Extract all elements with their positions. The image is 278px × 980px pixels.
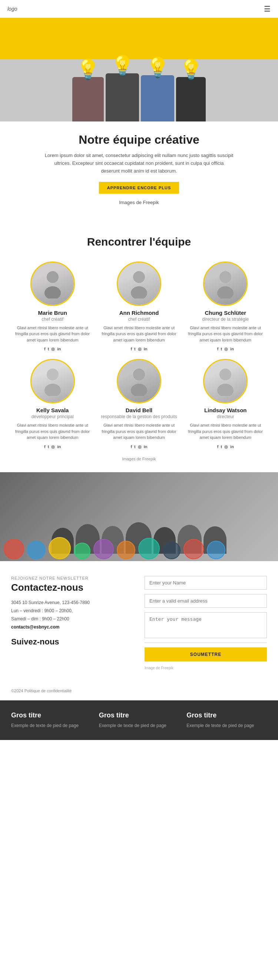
svg-point-6 — [47, 369, 59, 380]
submit-button[interactable]: SOUMETTRE — [145, 648, 267, 662]
social-icons-5: f t ◎ in — [131, 444, 147, 449]
footer-text-1: Exemple de texte de pied de page — [11, 722, 91, 729]
contact-right: SOUMETTRE Image de Freepik — [145, 576, 267, 670]
team-member-3: Chung Schlüter directeur de la stratégie… — [184, 261, 267, 352]
linkedin-icon-6[interactable]: in — [230, 444, 234, 449]
header: logo ☰ — [0, 0, 278, 18]
svg-point-5 — [217, 286, 233, 299]
person-4: 💡 — [176, 60, 206, 121]
member-desc-4: Glavi amet ritnisi libero molestie ante … — [11, 422, 94, 441]
team-member-5: David Bell responsable de la gestion des… — [97, 359, 180, 449]
twitter-icon-2[interactable]: t — [134, 347, 136, 352]
svg-point-3 — [131, 286, 147, 299]
member-role-3: directeur de la stratégie — [202, 317, 249, 322]
team-section: Rencontrer l'équipe Marie Brun chef créa… — [0, 221, 278, 472]
message-input[interactable] — [145, 612, 267, 638]
member-role-2: chef créatif — [128, 317, 150, 322]
contact-address: 3045 10 Sunrize Avenue, 123-456-7890 — [11, 599, 133, 606]
twitter-icon-5[interactable]: t — [134, 444, 136, 449]
contact-image-credit: Image de Freepik — [145, 666, 267, 670]
contact-info: 3045 10 Sunrize Avenue, 123-456-7890 Lun… — [11, 599, 133, 630]
contact-email: contacts@esbnyc.com — [11, 624, 133, 630]
social-icons-3: f t ◎ in — [217, 347, 234, 352]
contact-title: Contactez-nous — [11, 582, 133, 593]
member-desc-2: Glavi amet ritnisi libero molestie ante … — [97, 325, 180, 343]
member-role-6: directeur — [217, 414, 234, 419]
facebook-icon-1[interactable]: f — [44, 347, 46, 352]
email-input[interactable] — [145, 594, 267, 608]
instagram-icon-6[interactable]: ◎ — [224, 444, 228, 449]
privacy-text: ©2024 Politique de confidentialité — [11, 689, 267, 693]
instagram-icon-4[interactable]: ◎ — [51, 444, 55, 449]
learn-more-button[interactable]: APPRENDRE ENCORE PLUS — [99, 182, 179, 194]
footer-title-2: Gros titre — [99, 711, 179, 719]
linkedin-icon-2[interactable]: in — [144, 347, 147, 352]
instagram-icon-5[interactable]: ◎ — [138, 444, 142, 449]
name-input[interactable] — [145, 576, 267, 590]
svg-point-0 — [47, 271, 59, 283]
social-icons-2: f t ◎ in — [131, 347, 147, 352]
member-desc-6: Glavi amet ritnisi libero molestie ante … — [184, 422, 267, 441]
member-name-1: Marie Brun — [38, 310, 67, 316]
member-desc-1: Glavi amet ritnisi libero molestie ante … — [11, 325, 94, 343]
person-2: 💡 — [105, 56, 139, 121]
creative-title: Notre équipe créative — [45, 133, 233, 147]
footer-text-3: Exemple de texte de pied de page — [187, 722, 267, 729]
instagram-icon-2[interactable]: ◎ — [138, 347, 142, 352]
follow-title: Suivez-nous — [11, 637, 133, 647]
person-3: 💡 — [141, 58, 174, 121]
follow-section: Suivez-nous — [11, 637, 133, 647]
facebook-icon-3[interactable]: f — [217, 347, 219, 352]
twitter-icon-3[interactable]: t — [220, 347, 222, 352]
member-desc-3: Glavi amet ritnisi libero molestie ante … — [184, 325, 267, 343]
contact-hours1: Lun – vendredi : 9h00 – 20h00, — [11, 608, 133, 614]
avatar-1 — [30, 261, 75, 306]
avatar-4 — [30, 359, 75, 403]
creative-description: Lorem ipsum dolor sit amet, consectetur … — [45, 152, 233, 175]
hamburger-menu[interactable]: ☰ — [264, 5, 271, 13]
footer-text-2: Exemple de texte de pied de page — [99, 722, 179, 729]
facebook-icon-5[interactable]: f — [131, 444, 132, 449]
linkedin-icon-4[interactable]: in — [57, 444, 61, 449]
team-member-2: Ann Richmond chef créatif Glavi amet rit… — [97, 261, 180, 352]
member-name-5: David Bell — [126, 407, 153, 413]
instagram-icon-1[interactable]: ◎ — [51, 347, 55, 352]
linkedin-icon-1[interactable]: in — [57, 347, 61, 352]
hero-image: 💡 💡 💡 💡 — [0, 18, 278, 121]
svg-point-11 — [217, 384, 233, 396]
member-role-5: responsable de la gestion des produits — [101, 414, 177, 419]
social-icons-1: f t ◎ in — [44, 347, 61, 352]
hero-images-credit: Images de Freepik — [45, 199, 233, 207]
member-name-2: Ann Richmond — [119, 310, 159, 316]
footer-col-1: Gros titre Exemple de texte de pied de p… — [11, 711, 91, 729]
svg-point-2 — [133, 271, 145, 283]
member-role-1: chef créatif — [42, 317, 63, 322]
team-images-credit: Images de Freepik — [11, 457, 267, 461]
contact-section: REJOIGNEZ NOTRE NEWSLETTER Contactez-nou… — [0, 561, 278, 685]
creative-section: Notre équipe créative Lorem ipsum dolor … — [0, 121, 278, 221]
svg-point-9 — [131, 384, 147, 396]
facebook-icon-4[interactable]: f — [44, 444, 46, 449]
member-name-6: Lindsay Watson — [204, 407, 246, 413]
twitter-icon-4[interactable]: t — [48, 444, 49, 449]
team-member-6: Lindsay Watson directeur Glavi amet ritn… — [184, 359, 267, 449]
divider — [145, 643, 267, 643]
member-role-4: développeur principal — [32, 414, 74, 419]
logo: logo — [7, 6, 17, 12]
linkedin-icon-3[interactable]: in — [230, 347, 234, 352]
twitter-icon-6[interactable]: t — [220, 444, 222, 449]
instagram-icon-3[interactable]: ◎ — [224, 347, 228, 352]
team-title: Rencontrer l'équipe — [11, 235, 267, 248]
twitter-icon-1[interactable]: t — [48, 347, 49, 352]
linkedin-icon-5[interactable]: in — [144, 444, 147, 449]
facebook-icon-6[interactable]: f — [217, 444, 219, 449]
member-name-4: Kelly Savala — [36, 407, 69, 413]
svg-point-1 — [45, 286, 61, 299]
facebook-icon-2[interactable]: f — [131, 347, 132, 352]
svg-point-10 — [219, 369, 231, 380]
footer-title-1: Gros titre — [11, 711, 91, 719]
contact-left: REJOIGNEZ NOTRE NEWSLETTER Contactez-nou… — [11, 576, 133, 670]
footer-col-3: Gros titre Exemple de texte de pied de p… — [187, 711, 267, 729]
team-member-1: Marie Brun chef créatif Glavi amet ritni… — [11, 261, 94, 352]
member-name-3: Chung Schlüter — [205, 310, 246, 316]
